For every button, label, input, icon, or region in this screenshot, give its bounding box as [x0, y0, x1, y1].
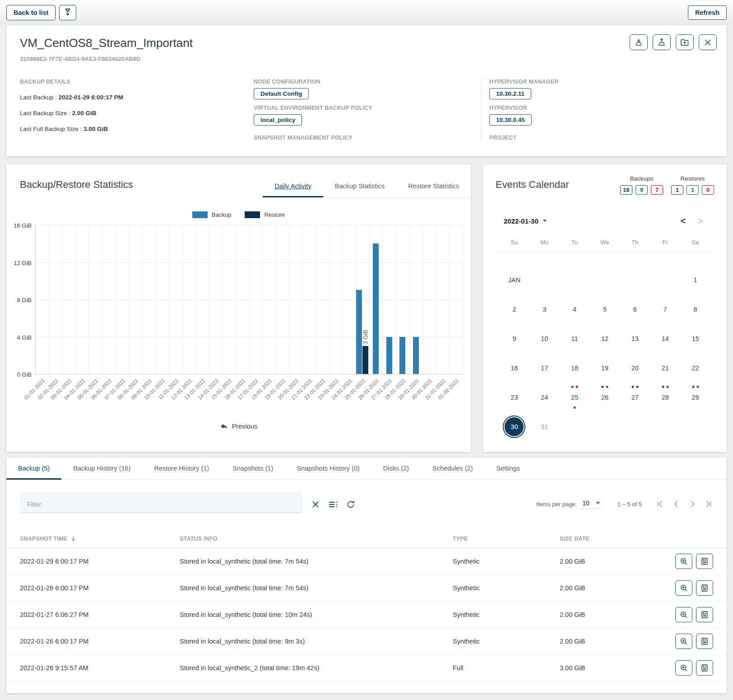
tab-backup-statistics[interactable]: Backup Statistics — [323, 175, 396, 197]
tab-backup-history[interactable]: Backup History (16) — [61, 457, 142, 480]
calendar-day[interactable]: 7 — [650, 294, 680, 324]
table-row[interactable]: 2022-01-27 6:06:27 PMStored in local_syn… — [6, 602, 727, 628]
tab-backup[interactable]: Backup (5) — [6, 457, 61, 480]
calendar-day[interactable]: 12 — [590, 324, 620, 353]
table-row[interactable]: 2022-01-28 6:00:17 PMStored in local_syn… — [6, 575, 727, 602]
last-backup-value: 2022-01-29 6:00:17 PM — [59, 94, 123, 101]
calendar-day[interactable]: 5 — [590, 294, 620, 324]
calendar-date-selector[interactable]: 2022-01-30 — [504, 217, 547, 225]
tab-snapshots-history[interactable]: Snapshots History (0) — [285, 457, 371, 480]
back-to-list-button[interactable]: Back to list — [6, 5, 56, 20]
tab-schedules[interactable]: Schedules (2) — [421, 457, 484, 480]
inspect-snapshot-button[interactable] — [675, 580, 692, 596]
snapshot-report-button[interactable] — [696, 660, 713, 676]
tab-restore-history[interactable]: Restore History (1) — [142, 457, 221, 480]
calendar-day[interactable]: 19 — [590, 353, 620, 383]
bottom-tabs: Backup (5)Backup History (16)Restore His… — [6, 457, 727, 480]
refresh-button[interactable]: Refresh — [688, 5, 727, 20]
calendar-day[interactable]: 10 — [529, 324, 560, 353]
calendar-day[interactable]: 25 — [560, 383, 590, 412]
snapshot-time-cell: 2022-01-26 9:15:57 AM — [20, 664, 180, 672]
calendar-day[interactable]: 6 — [620, 294, 650, 324]
snapshot-report-button[interactable] — [696, 580, 713, 596]
calendar-day[interactable]: 17 — [529, 353, 560, 383]
inspect-snapshot-button[interactable] — [675, 554, 692, 569]
calendar-day[interactable]: 18 — [560, 353, 590, 383]
tab-disks[interactable]: Disks (2) — [371, 457, 421, 480]
table-row[interactable]: 2022-01-29 6:00:17 PMStored in local_syn… — [6, 548, 727, 575]
calendar-day[interactable]: 16 — [499, 353, 529, 383]
event-dots — [692, 386, 699, 388]
backup-button[interactable] — [630, 34, 648, 50]
tab-settings[interactable]: Settings — [485, 457, 532, 480]
restore-button[interactable] — [653, 34, 671, 50]
calendar-day[interactable]: 22 — [680, 353, 710, 383]
calendar-day[interactable]: 29 — [680, 383, 710, 412]
last-page-button[interactable] — [704, 499, 713, 509]
calendar-next-button[interactable]: > — [695, 215, 706, 226]
pin-panel-button[interactable] — [59, 5, 76, 20]
calendar-day[interactable]: 28 — [650, 383, 680, 412]
magnifier-plus-icon — [679, 637, 688, 646]
hypervisor-manager-chip[interactable]: 10.30.2.11 — [489, 88, 531, 99]
calendar-day[interactable]: 8 — [680, 294, 710, 324]
tab-snapshots[interactable]: Snapshots (1) — [221, 457, 285, 480]
backup-bar — [373, 243, 379, 374]
tab-restore-statistics[interactable]: Restore Statistics — [396, 175, 471, 197]
snapshot-report-button[interactable] — [696, 554, 713, 569]
node-configuration-chip[interactable]: Default Config — [254, 88, 309, 99]
backups-counters: Backups 1697 — [620, 175, 663, 195]
filter-input[interactable] — [20, 495, 302, 510]
reload-table-button[interactable] — [346, 499, 356, 509]
calendar-weekday-header: SuMoTuWeThFrSa — [496, 239, 714, 252]
calendar-day[interactable]: 1 — [680, 265, 710, 294]
table-row[interactable]: 2022-01-26 6:00:17 PMStored in local_syn… — [6, 628, 727, 655]
calendar-day[interactable]: 31 — [529, 412, 560, 441]
previous-button[interactable]: Previous — [6, 422, 471, 430]
calendar-day[interactable]: 3 — [529, 294, 560, 324]
calendar-day[interactable]: 24 — [529, 383, 560, 412]
calendar-day[interactable]: 20 — [620, 353, 650, 383]
calendar-empty-cell — [680, 412, 710, 441]
calendar-day-selected[interactable]: 30 — [499, 412, 529, 441]
calendar-day[interactable]: 11 — [560, 324, 590, 353]
items-per-page-select[interactable]: 10 — [581, 499, 601, 509]
remove-button[interactable] — [699, 34, 717, 50]
calendar-day[interactable]: 13 — [620, 324, 650, 353]
backup-policy-chip[interactable]: local_policy — [254, 114, 302, 126]
calendar-day[interactable]: 23 — [499, 383, 529, 412]
mount-button[interactable] — [676, 34, 694, 50]
red-event-dot — [662, 386, 664, 388]
legend-restore-label: Restore — [264, 211, 285, 218]
columns-settings-button[interactable] — [328, 499, 339, 509]
calendar-day[interactable]: 9 — [499, 324, 529, 353]
calendar-day[interactable]: 15 — [680, 324, 710, 353]
inspect-snapshot-button[interactable] — [675, 634, 692, 649]
last-backup-size-value: 2.00 GiB — [72, 110, 97, 117]
inspect-snapshot-button[interactable] — [675, 660, 692, 676]
calendar-day[interactable]: 27 — [620, 383, 650, 412]
snapshot-report-button[interactable] — [696, 607, 713, 622]
weekday-label: Mo — [529, 239, 560, 252]
snapshot-report-button[interactable] — [696, 634, 713, 649]
calendar-day[interactable]: 21 — [650, 353, 680, 383]
hypervisor-chip[interactable]: 10.30.0.45 — [489, 114, 532, 126]
first-page-button[interactable] — [655, 499, 664, 509]
col-type[interactable]: TYPE — [453, 536, 560, 542]
table-row[interactable]: 2022-01-26 9:15:57 AMStored in local_syn… — [6, 655, 727, 681]
calendar-day[interactable]: 14 — [650, 324, 680, 353]
prev-page-button[interactable] — [672, 499, 681, 509]
calendar-prev-button[interactable]: < — [677, 215, 688, 226]
col-status-info[interactable]: STATUS INFO — [180, 536, 453, 542]
inspect-snapshot-button[interactable] — [675, 607, 692, 622]
clear-filter-button[interactable] — [311, 499, 320, 509]
tab-daily-activity[interactable]: Daily Activity — [263, 175, 323, 197]
calendar-day[interactable]: 4 — [560, 294, 590, 324]
calendar-day[interactable]: 26 — [590, 383, 620, 412]
calendar-day[interactable]: 2 — [499, 294, 529, 324]
col-size-date[interactable]: SIZE DATE — [560, 536, 670, 542]
next-page-button[interactable] — [688, 499, 697, 509]
hypervisor-heading: HYPERVISOR — [489, 105, 713, 111]
col-snapshot-time[interactable]: SNAPSHOT TIME — [20, 535, 180, 542]
file-report-icon — [700, 610, 709, 619]
